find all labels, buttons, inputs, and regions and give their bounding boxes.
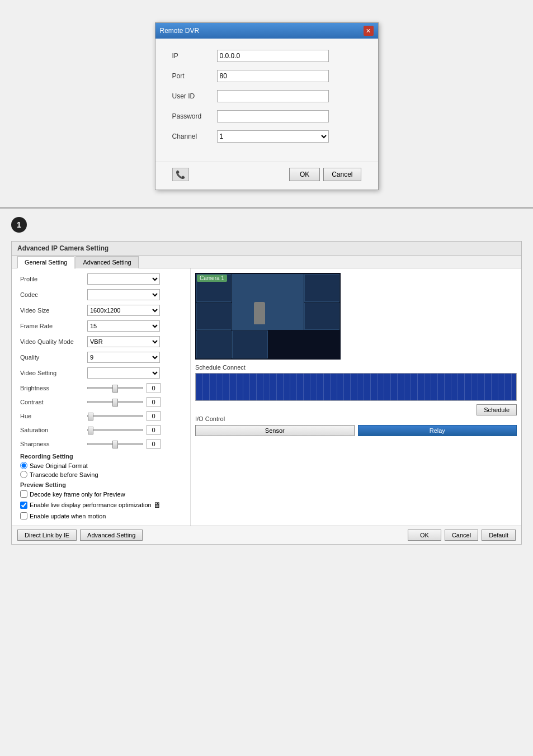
io-control-title: I/O Control [195,415,517,422]
channel-label: Channel [172,133,217,140]
save-original-label: Save Original Format [30,462,88,469]
contrast-thumb[interactable] [112,399,118,407]
monitor-icon: 🖥 [152,499,163,511]
remote-dvr-dialog: Remote DVR ✕ IP Port User ID Password Ch… [155,22,379,190]
decode-keyframe-label: Decode key frame only for Preview [30,491,125,498]
hue-row: Hue [20,410,182,422]
sharpness-track [87,443,143,445]
userid-input[interactable] [217,90,329,102]
brightness-row: Brightness [20,382,182,394]
preview-setting-title: Preview Setting [20,481,182,488]
brightness-label: Brightness [20,385,87,391]
codec-select[interactable] [87,289,160,300]
enable-live-display-row: Enable live display performance optimiza… [20,499,182,511]
ok-button[interactable]: OK [289,168,320,181]
io-buttons: Sensor Relay [195,425,517,436]
enable-live-display-label: Enable live display performance optimiza… [30,502,152,508]
hue-label: Hue [20,413,87,419]
video-setting-label: Video Setting [20,370,87,376]
person-silhouette [254,302,265,324]
saturation-label: Saturation [20,427,87,433]
quality-row: Quality 9 8 7 [20,351,182,363]
hue-thumb[interactable] [88,413,93,420]
io-section: I/O Control Sensor Relay [195,415,517,436]
video-size-row: Video Size 1600x1200 1280x960 640x480 [20,304,182,316]
contrast-value[interactable] [147,397,161,407]
save-original-format-row: Save Original Format [20,462,182,469]
brightness-value[interactable] [147,383,161,393]
cam-cell-6 [196,330,232,358]
profile-select[interactable] [87,273,160,285]
recording-setting-title: Recording Setting [20,453,182,460]
transcode-label: Transcode before Saving [30,471,98,478]
transcode-radio[interactable] [20,471,27,478]
saturation-track [87,429,143,431]
tab-general-setting[interactable]: General Setting [17,256,74,268]
camera-label: Camera 1 [197,275,227,282]
advanced-setting-button[interactable]: Advanced Setting [80,530,143,541]
userid-label: User ID [172,92,217,100]
camera-background [195,273,341,360]
port-row: Port [172,70,361,82]
contrast-row: Contrast [20,396,182,408]
direct-link-button[interactable]: Direct Link by IE [17,530,77,541]
enable-update-motion-label: Enable update when motion [30,513,106,519]
brightness-thumb[interactable] [112,385,118,393]
schedule-section: Schedule Connect Schedule [195,364,517,401]
port-input[interactable] [217,70,329,82]
schedule-grid[interactable] [195,373,517,401]
relay-button[interactable]: Relay [358,425,517,436]
hue-value[interactable] [147,411,161,421]
enable-live-display-checkbox[interactable] [20,502,27,509]
saturation-thumb[interactable] [88,427,93,434]
footer-default-button[interactable]: Default [482,530,516,541]
codec-label: Codec [20,291,87,298]
contrast-label: Contrast [20,399,87,405]
enable-update-motion-checkbox[interactable] [20,512,27,519]
ip-row: IP [172,50,361,62]
cam-cell-7 [232,330,267,358]
panel-tabs: General Setting Advanced Setting [12,256,521,268]
saturation-value[interactable] [147,425,161,435]
profile-row: Profile [20,273,182,285]
dialog-close-button[interactable]: ✕ [364,26,374,36]
sensor-button[interactable]: Sensor [195,425,355,436]
save-original-radio[interactable] [20,462,27,469]
decode-keyframe-row: Decode key frame only for Preview [20,490,182,498]
footer-cancel-button[interactable]: Cancel [445,530,478,541]
panel-body: Profile Codec Video Size 1600x1200 1280x… [12,268,521,526]
password-input[interactable] [217,110,329,122]
dialog-title: Remote DVR [160,27,200,35]
userid-row: User ID [172,90,361,102]
sharpness-thumb[interactable] [112,441,118,448]
video-size-label: Video Size [20,307,87,314]
codec-row: Codec [20,289,182,301]
schedule-connect-title: Schedule Connect [195,364,517,371]
saturation-row: Saturation [20,424,182,436]
video-setting-select[interactable] [87,367,160,379]
footer-ok-button[interactable]: OK [408,530,441,541]
panel-left: Profile Codec Video Size 1600x1200 1280x… [12,268,191,526]
quality-select[interactable]: 9 8 7 [87,352,160,363]
dial-icon[interactable]: 📞 [172,168,189,181]
channel-row: Channel 1 2 3 4 [172,130,361,143]
sharpness-label: Sharpness [20,441,87,447]
video-quality-mode-select[interactable]: VBR CBR [87,336,160,347]
channel-select[interactable]: 1 2 3 4 [217,130,329,143]
cam-cell-main [232,274,304,330]
frame-rate-row: Frame Rate 15 30 5 [20,320,182,332]
tab-advanced-setting[interactable]: Advanced Setting [76,256,138,268]
ip-input[interactable] [217,50,329,62]
frame-rate-select[interactable]: 15 30 5 [87,320,160,332]
video-size-select[interactable]: 1600x1200 1280x960 640x480 [87,305,160,316]
schedule-button[interactable]: Schedule [477,404,517,415]
schedule-grid-lines [196,374,516,400]
cancel-button[interactable]: Cancel [323,168,361,181]
transcode-before-saving-row: Transcode before Saving [20,471,182,478]
top-section: Remote DVR ✕ IP Port User ID Password Ch… [0,0,533,207]
dialog-content: IP Port User ID Password Channel 1 2 [155,39,378,159]
decode-keyframe-checkbox[interactable] [20,490,27,498]
contrast-track [87,401,143,403]
video-quality-mode-row: Video Quality Mode VBR CBR [20,336,182,348]
sharpness-value[interactable] [147,439,161,449]
